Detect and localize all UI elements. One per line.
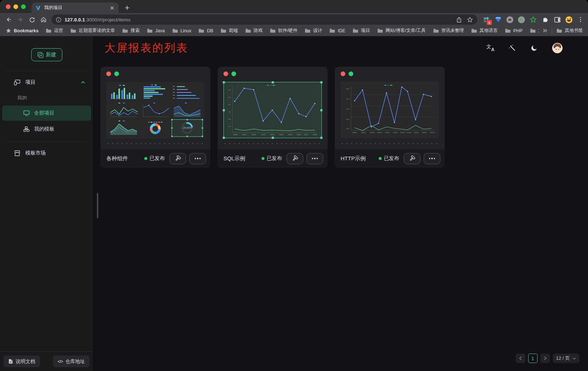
status-label: 已发布 [149,155,165,162]
address-bar[interactable]: 127.0.0.1:3000/#/project/items [52,15,477,25]
gem-extension-icon[interactable] [494,16,502,23]
project-card[interactable]: SQL示例 已发布 [218,67,328,168]
back-button[interactable] [4,15,14,25]
chevron-up-icon[interactable] [81,81,85,84]
command-extension-icon[interactable] [506,16,513,23]
bookmark-folder[interactable]: 设计 [305,28,322,34]
dark-mode-moon-icon[interactable] [530,44,539,52]
bookmark-folder[interactable]: 软件/硬件 [270,28,297,34]
dotted-separator [105,141,206,146]
folder-icon [377,28,383,33]
project-thumbnail[interactable] [341,82,439,138]
page-size-value: 12 / 页 [556,355,570,362]
bookmark-star-icon[interactable] [467,17,473,23]
project-thumbnail[interactable]: 25.00% [106,82,205,138]
template-flow-icon [23,126,30,132]
extensions-puzzle-icon[interactable] [542,16,549,23]
project-icon [14,79,21,86]
bookmark-folder[interactable]: 近期需要读的文章 [70,28,115,34]
donut-legend [148,122,163,123]
bookmark-folder[interactable]: 运营 [46,28,63,34]
main-header: 大屏报表的列表 文 A [94,36,588,59]
mini-donut-chart [140,119,171,137]
bookmark-folder[interactable]: 搜索 [122,28,140,34]
bookmark-folder[interactable]: DB [198,28,213,33]
bookmark-folder[interactable]: 资讯未整理 [433,28,464,34]
mini-area-chart-green [108,119,139,137]
home-button[interactable] [38,15,49,25]
side-panel-icon[interactable] [554,16,561,23]
mini-gauge-selected: 25.00% [172,119,203,137]
close-window-button[interactable] [6,4,11,9]
language-icon[interactable]: 文 A [486,44,494,51]
prev-page-button[interactable] [516,354,525,363]
magic-wand-icon[interactable] [508,44,517,52]
zoom-window-button[interactable] [21,4,26,9]
tab-manager-extension-icon[interactable]: 9 [482,16,490,23]
bookmark-folder[interactable]: 文件服务器 [530,28,539,34]
star-filled-icon [6,28,11,33]
new-tab-button[interactable] [122,3,132,12]
sidebar-section-project[interactable]: 项目 [0,74,93,91]
bookmark-folder[interactable]: 其他语言 [471,28,498,34]
next-page-button[interactable] [540,354,550,363]
more-options-button[interactable] [189,153,206,164]
scrollbar-thumb[interactable] [97,193,98,218]
bookmark-folder[interactable]: IDE [329,28,345,33]
page-size-select[interactable]: 12 / 页 [553,354,579,363]
new-plus-icon [37,52,44,58]
sidebar-item-all-projects[interactable]: 全部项目 [2,106,91,121]
bookmark-folder[interactable]: Java [147,28,165,33]
gauge-value: 25.00% [172,120,202,136]
sidebar-footer: 说明文档 </> 仓库地址 [0,351,93,371]
folder-icon [172,28,178,33]
project-card[interactable]: 25.00% 各种组件 已发布 [100,67,210,168]
repo-button[interactable]: </> 仓库地址 [53,355,90,367]
bookmark-folder[interactable]: Linux [172,28,192,33]
browser-window: 我的项目 127.0.0.1:3000/#/project/items [0,0,588,371]
other-bookmarks-folder[interactable]: 其他书签 [556,28,583,34]
tab-close-icon[interactable] [109,5,115,11]
share-icon[interactable] [456,17,462,23]
mini-area-chart [172,102,203,119]
header-actions: 文 A [486,43,563,53]
url-text: 127.0.0.1:3000/#/project/items [65,17,131,22]
bookmarks-root[interactable]: Bookmarks [6,28,38,33]
minimize-window-button[interactable] [13,4,18,9]
code-icon: </> [58,359,63,364]
line-chart-preview-selected [223,82,322,138]
bookmark-folder[interactable]: 网站/博客/文章/工具 [377,28,425,34]
edit-project-button[interactable] [404,153,420,164]
pagination: 1 12 / 页 [516,354,579,363]
project-thumbnail[interactable] [223,82,322,138]
page-number-button[interactable]: 1 [528,354,538,363]
bookmark-folder[interactable]: PHP [505,28,523,33]
forward-button[interactable] [15,15,25,25]
star-extension-icon[interactable] [530,16,537,23]
edit-project-button[interactable] [287,153,303,164]
sidebar-item-label: 我的模板 [34,126,54,132]
sidebar-item-my-templates[interactable]: 我的模板 [2,121,91,137]
site-info-icon[interactable] [56,17,61,22]
bookmark-folder[interactable]: 游戏 [245,28,263,34]
repo-button-label: 仓库地址 [65,358,85,365]
folder-icon [198,28,204,33]
mini-ranking-chart [172,84,203,101]
recorder-extension-icon[interactable] [518,16,525,23]
new-project-button[interactable]: 新建 [31,48,62,61]
browser-tab[interactable]: 我的项目 [32,3,119,13]
docs-button[interactable]: 说明文档 [4,355,40,367]
bookmarks-overflow-icon[interactable] [543,29,547,33]
bookmark-folder[interactable]: 前端 [221,28,238,34]
more-options-button[interactable] [307,153,323,164]
sidebar-item-template-market[interactable]: 模板市场 [0,144,93,162]
publish-status: 已发布 [379,155,399,162]
bookmark-folder[interactable]: 项目 [353,28,370,34]
more-options-button[interactable] [424,153,440,164]
reload-button[interactable] [27,15,37,25]
project-card[interactable]: HTTP示例 已发布 [335,67,445,168]
chrome-menu-icon[interactable] [577,17,584,22]
user-avatar[interactable] [552,43,563,53]
edit-project-button[interactable] [169,153,186,164]
emoji-extension-icon[interactable] [566,16,572,23]
